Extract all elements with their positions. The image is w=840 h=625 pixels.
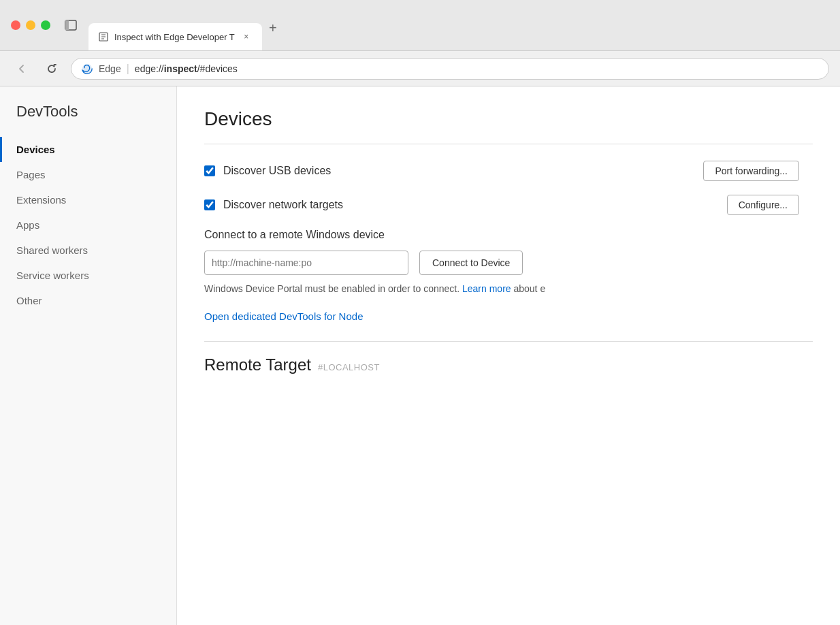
connect-input[interactable] [204,251,408,275]
connect-section: Connect to a remote Windows device Conne… [204,229,813,294]
discover-usb-left: Discover USB devices [204,165,331,177]
close-window-button[interactable] [11,20,20,30]
sidebar-item-service-workers[interactable]: Service workers [0,263,176,288]
section-divider [204,341,813,342]
remote-target-section: Remote Target #LOCALHOST [204,355,813,374]
discover-usb-checkbox[interactable] [204,165,215,176]
title-bar: Inspect with Edge Developer T × + [0,0,840,51]
discover-network-label: Discover network targets [223,199,343,211]
tab-close-button[interactable]: × [240,31,253,43]
sidebar-item-shared-workers[interactable]: Shared workers [0,238,176,263]
discover-network-row: Discover network targets Configure... [204,195,813,215]
page-divider [204,144,813,144]
node-devtools-link[interactable]: Open dedicated DevTools for Node [204,310,363,322]
address-brand-label: Edge [99,63,121,74]
connect-section-title: Connect to a remote Windows device [204,229,813,241]
tab-page-icon [98,31,109,42]
address-bar[interactable]: Edge | edge://inspect/#devices [71,58,829,80]
help-text-after: about e [511,283,546,294]
learn-more-link[interactable]: Learn more [462,283,511,294]
discover-network-checkbox[interactable] [204,199,215,210]
discover-network-left: Discover network targets [204,199,343,211]
new-tab-button[interactable]: + [262,17,284,39]
sidebar-item-label: Pages [16,169,46,180]
sidebar-item-devices[interactable]: Devices [0,137,176,162]
remote-target-title: Remote Target #LOCALHOST [204,355,813,374]
back-button[interactable] [11,58,33,80]
sidebar-item-label: Other [16,295,42,306]
help-text: Windows Device Portal must be enabled in… [204,283,813,294]
traffic-lights [11,20,50,30]
address-divider: | [127,63,129,75]
configure-button[interactable]: Configure... [727,195,799,215]
svg-rect-1 [65,20,69,30]
page-content: Devices Discover USB devices Port forwar… [177,86,840,625]
sidebar-item-pages[interactable]: Pages [0,162,176,187]
sidebar-item-label: Shared workers [16,244,88,256]
remote-target-subtitle: #LOCALHOST [318,362,380,372]
port-forwarding-button[interactable]: Port forwarding... [703,161,799,181]
sidebar-item-label: Service workers [16,270,89,281]
tab-title: Inspect with Edge Developer T [114,32,235,42]
discover-usb-row: Discover USB devices Port forwarding... [204,161,813,181]
connect-to-device-button[interactable]: Connect to Device [419,251,523,275]
sidebar-title: DevTools [0,103,176,137]
url-bold-part: inspect [164,63,197,74]
fullscreen-window-button[interactable] [41,20,50,30]
help-text-before: Windows Device Portal must be enabled in… [204,283,462,294]
main-content: DevTools Devices Pages Extensions Apps S… [0,86,840,625]
sidebar-item-label: Extensions [16,194,66,206]
sidebar-item-other[interactable]: Other [0,288,176,313]
sidebar-toggle-button[interactable] [61,16,80,35]
address-url: edge://inspect/#devices [135,63,238,74]
remote-target-heading: Remote Target [204,355,311,374]
sidebar-item-label: Devices [16,144,55,155]
nav-bar: Edge | edge://inspect/#devices [0,51,840,86]
edge-logo-icon [81,63,93,75]
url-suffix: /#devices [197,63,238,74]
minimize-window-button[interactable] [26,20,35,30]
url-prefix: edge:// [135,63,164,74]
sidebar-item-apps[interactable]: Apps [0,212,176,238]
discover-usb-label: Discover USB devices [223,165,331,177]
browser-tab[interactable]: Inspect with Edge Developer T × [88,23,262,50]
connect-row: Connect to Device [204,251,813,275]
sidebar-item-extensions[interactable]: Extensions [0,187,176,212]
refresh-button[interactable] [41,58,63,80]
page-title: Devices [204,108,813,130]
sidebar: DevTools Devices Pages Extensions Apps S… [0,86,177,625]
sidebar-item-label: Apps [16,219,39,231]
